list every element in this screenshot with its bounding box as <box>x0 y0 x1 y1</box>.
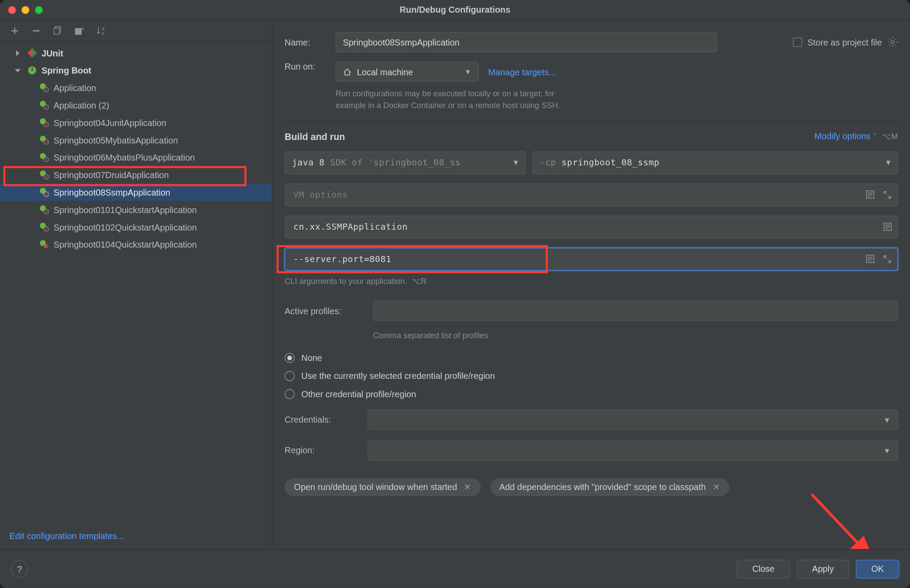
chevron-down-icon[interactable] <box>12 67 23 74</box>
tree-node-springboot[interactable]: Spring Boot <box>0 62 272 79</box>
config-tree[interactable]: JUnit Spring Boot Application <box>0 42 272 525</box>
chevron-down-icon: ▼ <box>883 446 891 454</box>
home-icon <box>343 67 352 76</box>
option-pill-provided-deps[interactable]: Add dependencies with "provided" scope t… <box>490 478 729 496</box>
svg-point-24 <box>891 41 894 44</box>
tree-label: Spring Boot <box>42 65 91 75</box>
save-config-icon[interactable] <box>74 25 84 35</box>
chevron-right-icon[interactable] <box>12 50 23 56</box>
expand-icon[interactable] <box>882 254 892 264</box>
cli-args-shortcut: ⌥R <box>411 276 427 286</box>
dialog-footer: ? Close Apply OK <box>0 549 910 588</box>
sidebar-toolbar: az <box>0 20 272 42</box>
tree-item[interactable]: Springboot07DruidApplication <box>0 166 272 184</box>
tree-item[interactable]: Application (2) <box>0 96 272 114</box>
springboot-run-icon <box>38 188 51 197</box>
tree-item-label: Springboot0104QuickstartApplication <box>53 239 196 249</box>
junit-icon <box>25 48 39 57</box>
tree-node-junit[interactable]: JUnit <box>0 44 272 62</box>
radio-current-profile[interactable]: Use the currently selected credential pr… <box>285 371 898 381</box>
region-select[interactable]: ▼ <box>368 440 898 460</box>
active-profiles-help: Comma separated list of profiles <box>373 330 898 342</box>
springboot-run-icon <box>38 135 51 144</box>
edit-templates-link[interactable]: Edit configuration templates... <box>0 524 272 549</box>
run-on-select[interactable]: Local machine ▼ <box>336 62 479 82</box>
tree-item[interactable]: Springboot0102QuickstartApplication <box>0 218 272 236</box>
springboot-run-icon <box>38 118 51 127</box>
close-button[interactable]: Close <box>737 560 790 578</box>
springboot-run-icon <box>38 153 51 162</box>
apply-button[interactable]: Apply <box>797 560 849 578</box>
store-as-project-checkbox[interactable] <box>793 38 802 47</box>
tree-item-label: Springboot05MybatisApplication <box>53 135 178 145</box>
chevron-down-icon: ˅ <box>873 133 877 140</box>
sdk-select[interactable]: java 8 SDK of 'springboot_08_ss ▼ <box>285 151 526 174</box>
chevron-down-icon: ▼ <box>883 416 891 424</box>
program-arguments-input[interactable]: --server.port=8081 <box>285 248 898 270</box>
run-on-help-line: example in a Docker Container or on a re… <box>336 100 560 112</box>
close-icon[interactable]: ✕ <box>713 482 720 492</box>
run-on-value: Local machine <box>357 66 413 77</box>
springboot-icon <box>25 66 39 75</box>
svg-text:z: z <box>102 30 104 35</box>
tree-item[interactable]: Springboot0101QuickstartApplication <box>0 201 272 218</box>
tree-item-label: Springboot07DruidApplication <box>53 170 168 180</box>
tree-item-selected[interactable]: Springboot08SsmpApplication <box>0 183 272 201</box>
modify-options-link[interactable]: Modify options ˅ <box>814 131 876 141</box>
springboot-error-icon <box>38 240 51 249</box>
run-on-help-line: Run configurations may be executed local… <box>336 88 560 100</box>
help-button[interactable]: ? <box>10 560 28 578</box>
config-form: Name: Store as project file Run on: <box>273 20 910 549</box>
history-icon[interactable] <box>864 189 875 200</box>
name-label: Name: <box>285 37 336 47</box>
svg-rect-1 <box>53 28 59 34</box>
chevron-down-icon: ▼ <box>464 68 472 76</box>
cli-args-help: CLI arguments to your application. <box>285 276 407 286</box>
gear-icon[interactable] <box>887 37 898 47</box>
manage-targets-link[interactable]: Manage targets... <box>488 66 556 77</box>
close-icon[interactable]: ✕ <box>464 482 471 492</box>
credentials-label: Credentials: <box>285 415 360 425</box>
sort-config-icon[interactable]: az <box>96 25 107 35</box>
tree-item-label: Springboot04JunitApplication <box>53 118 166 128</box>
option-pill-open-tool-window[interactable]: Open run/debug tool window when started✕ <box>285 478 481 496</box>
run-on-label: Run on: <box>285 62 336 72</box>
store-as-project-label: Store as project file <box>807 37 882 47</box>
radio-none[interactable]: None <box>285 353 898 363</box>
configurations-sidebar: az JUnit <box>0 20 273 549</box>
springboot-run-icon <box>38 101 51 110</box>
build-run-section-title: Build and run <box>285 131 345 142</box>
titlebar: Run/Debug Configurations <box>0 0 910 20</box>
active-profiles-label: Active profiles: <box>285 306 373 316</box>
region-label: Region: <box>285 445 360 455</box>
ok-button[interactable]: OK <box>856 560 899 578</box>
tree-item-label: Springboot08SsmpApplication <box>53 187 170 197</box>
tree-item[interactable]: Springboot04JunitApplication <box>0 114 272 131</box>
name-input[interactable] <box>336 32 717 52</box>
main-class-input[interactable]: cn.xx.SSMPApplication <box>285 216 898 238</box>
history-icon[interactable] <box>864 254 875 264</box>
tree-item-label: Springboot06MybatisPlusApplication <box>53 152 195 162</box>
svg-line-29 <box>812 494 870 550</box>
active-profiles-input[interactable] <box>373 301 898 321</box>
vm-options-input[interactable]: VM options <box>285 183 898 206</box>
radio-other-profile[interactable]: Other credential profile/region <box>285 389 898 399</box>
add-config-icon[interactable] <box>9 25 20 35</box>
tree-item-label: Application (2) <box>53 100 109 110</box>
classpath-select[interactable]: -cp springboot_08_ssmp ▼ <box>532 151 898 174</box>
copy-config-icon[interactable] <box>52 25 63 35</box>
springboot-run-icon <box>38 83 51 92</box>
credentials-select[interactable]: ▼ <box>368 410 898 430</box>
credential-radio-group: None Use the currently selected credenti… <box>285 353 898 399</box>
tree-item-error[interactable]: Springboot0104QuickstartApplication <box>0 236 272 253</box>
expand-icon[interactable] <box>882 189 892 200</box>
remove-config-icon[interactable] <box>31 25 41 35</box>
chevron-down-icon: ▼ <box>886 158 891 167</box>
history-icon[interactable] <box>882 221 892 232</box>
run-debug-window: Run/Debug Configurations az <box>0 0 910 588</box>
modify-options-shortcut: ⌥M <box>882 132 898 141</box>
tree-item[interactable]: Application <box>0 79 272 97</box>
tree-item[interactable]: Springboot05MybatisApplication <box>0 131 272 149</box>
annotation-arrow <box>808 489 910 549</box>
tree-item[interactable]: Springboot06MybatisPlusApplication <box>0 149 272 166</box>
